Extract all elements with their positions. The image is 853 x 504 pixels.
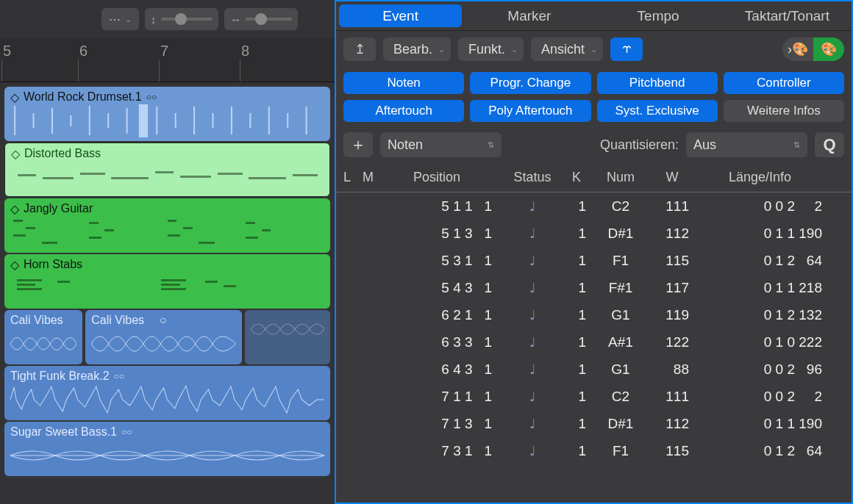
cell-position[interactable]: 7 1 3 1	[382, 416, 507, 432]
cell-w[interactable]: 115	[646, 253, 698, 269]
filter-aftertouch[interactable]: Aftertouch	[343, 100, 464, 122]
table-row[interactable]: 7 3 1 1♩1F11150 1 2 64	[336, 437, 852, 464]
col-w[interactable]: W	[646, 170, 698, 185]
cell-length[interactable]: 0 0 2 2	[698, 389, 844, 405]
cell-length[interactable]: 0 1 2 132	[698, 307, 844, 323]
table-row[interactable]: 5 1 3 1♩1D#11120 1 1 190	[336, 220, 852, 247]
note-icon[interactable]: ♩	[507, 389, 558, 405]
cell-length[interactable]: 0 0 2 2	[698, 198, 844, 215]
cell-k[interactable]: 1	[558, 361, 595, 378]
cell-k[interactable]: 1	[558, 389, 595, 405]
cell-length[interactable]: 0 0 2 96	[698, 361, 844, 378]
cell-w[interactable]: 111	[646, 389, 698, 405]
region-cali-vibes-2[interactable]: Cali Vibes ○	[85, 310, 242, 364]
note-icon[interactable]: ♩	[507, 443, 558, 459]
cell-num[interactable]: G1	[595, 307, 646, 323]
filter-program-change[interactable]: Progr. Change	[470, 72, 590, 94]
cell-position[interactable]: 5 3 1 1	[382, 253, 507, 269]
region-distorted-bass[interactable]: ◇ Distorted Bass	[4, 143, 330, 197]
note-icon[interactable]: ♩	[507, 307, 558, 323]
timeline-ruler[interactable]: 5 6 7 8	[0, 38, 335, 82]
table-row[interactable]: 5 1 1 1♩1C21110 0 2 2	[336, 192, 852, 220]
col-length[interactable]: Länge/Info	[698, 170, 844, 185]
note-icon[interactable]: ♩	[507, 416, 558, 432]
cell-w[interactable]: 117	[646, 280, 698, 296]
table-row[interactable]: 5 4 3 1♩1F#11170 1 1 218	[336, 274, 852, 301]
table-row[interactable]: 6 4 3 1♩1G1880 0 2 96	[336, 356, 852, 383]
cell-num[interactable]: D#1	[595, 226, 646, 242]
cell-position[interactable]: 6 4 3 1	[382, 361, 507, 378]
view-menu[interactable]: Ansicht⌄	[531, 37, 603, 61]
note-icon[interactable]: ♩	[507, 280, 558, 296]
cell-length[interactable]: 0 1 1 190	[698, 416, 844, 432]
cell-w[interactable]: 119	[646, 307, 698, 323]
cell-position[interactable]: 7 1 1 1	[382, 389, 507, 405]
cell-k[interactable]: 1	[558, 307, 595, 323]
region-sugar-sweet-bass[interactable]: Sugar Sweet Bass.1 ○○	[4, 422, 330, 476]
note-icon[interactable]: ♩	[507, 253, 558, 269]
cell-k[interactable]: 1	[558, 226, 595, 242]
note-icon[interactable]: ♩	[507, 361, 558, 378]
cell-position[interactable]: 6 3 3 1	[382, 334, 507, 350]
cell-position[interactable]: 5 1 3 1	[382, 226, 507, 242]
cell-position[interactable]: 5 1 1 1	[382, 198, 507, 215]
col-k[interactable]: K	[558, 170, 595, 185]
cell-w[interactable]: 88	[646, 361, 698, 378]
edit-menu[interactable]: Bearb.⌄	[383, 37, 451, 61]
cell-length[interactable]: 0 1 2 64	[698, 443, 844, 459]
cell-position[interactable]: 6 2 1 1	[382, 307, 507, 323]
note-icon[interactable]: ♩	[507, 334, 558, 350]
event-type-select[interactable]: Noten ⇅	[380, 132, 502, 157]
slider-thumb[interactable]	[255, 13, 267, 25]
more-menu-button[interactable]: ⋯ ⌄	[101, 8, 139, 30]
hierarchy-up-button[interactable]: ↥	[343, 37, 376, 61]
col-num[interactable]: Num	[595, 170, 646, 185]
region-cali-vibes-1[interactable]: Cali Vibes	[4, 310, 82, 364]
region-tight-funk-break[interactable]: Tight Funk Break.2 ○○	[4, 366, 330, 420]
note-icon[interactable]: ♩	[507, 198, 558, 215]
filter-notes[interactable]: Noten	[343, 72, 464, 94]
quantize-select[interactable]: Aus ⇅	[686, 132, 807, 157]
table-row[interactable]: 7 1 3 1♩1D#11120 1 1 190	[336, 410, 852, 437]
note-icon[interactable]: ♩	[507, 226, 558, 242]
cell-w[interactable]: 112	[646, 226, 698, 242]
cell-num[interactable]: F#1	[595, 280, 646, 296]
col-status[interactable]: Status	[507, 170, 558, 185]
cell-k[interactable]: 1	[558, 253, 595, 269]
filter-controller[interactable]: Controller	[724, 72, 844, 94]
filter-more-info[interactable]: Weitere Infos	[724, 100, 844, 122]
cell-k[interactable]: 1	[558, 443, 595, 459]
tab-event[interactable]: Event	[339, 4, 462, 27]
cell-num[interactable]: F1	[595, 443, 646, 459]
midi-channel-color-toggle[interactable]: ›🎨 🎨	[782, 37, 844, 61]
vertical-zoom-slider[interactable]: ↕	[145, 8, 218, 30]
cell-length[interactable]: 0 1 0 222	[698, 334, 844, 350]
cell-position[interactable]: 5 4 3 1	[382, 280, 507, 296]
cell-k[interactable]: 1	[558, 198, 595, 215]
table-row[interactable]: 6 2 1 1♩1G11190 1 2 132	[336, 301, 852, 328]
cell-num[interactable]: C2	[595, 389, 646, 405]
cell-w[interactable]: 111	[646, 198, 698, 215]
table-row[interactable]: 6 3 3 1♩1A#11220 1 0 222	[336, 328, 852, 356]
catch-playhead-button[interactable]: ⥾	[610, 37, 643, 61]
col-position[interactable]: Position	[382, 170, 507, 185]
region-world-rock-drumset[interactable]: ◇ World Rock Drumset.1 ○○	[4, 87, 330, 141]
filter-sysex[interactable]: Syst. Exclusive	[597, 100, 718, 122]
cell-w[interactable]: 122	[646, 334, 698, 350]
filter-pitchbend[interactable]: Pitchbend	[597, 72, 718, 94]
quantize-button[interactable]: Q	[815, 132, 844, 157]
filter-poly-aftertouch[interactable]: Poly Aftertouch	[470, 100, 590, 122]
col-m[interactable]: M	[363, 170, 382, 185]
tab-marker[interactable]: Marker	[468, 4, 590, 27]
table-row[interactable]: 5 3 1 1♩1F11150 1 2 64	[336, 247, 852, 274]
region-jangly-guitar[interactable]: ◇ Jangly Guitar	[4, 198, 330, 253]
cell-length[interactable]: 0 1 1 190	[698, 226, 844, 242]
cell-num[interactable]: F1	[595, 253, 646, 269]
slider-thumb[interactable]	[175, 13, 187, 25]
add-event-button[interactable]: ＋	[343, 132, 373, 157]
cell-num[interactable]: D#1	[595, 416, 646, 432]
cell-w[interactable]: 115	[646, 443, 698, 459]
col-l[interactable]: L	[343, 170, 363, 185]
cell-num[interactable]: C2	[595, 198, 646, 215]
cell-k[interactable]: 1	[558, 280, 595, 296]
